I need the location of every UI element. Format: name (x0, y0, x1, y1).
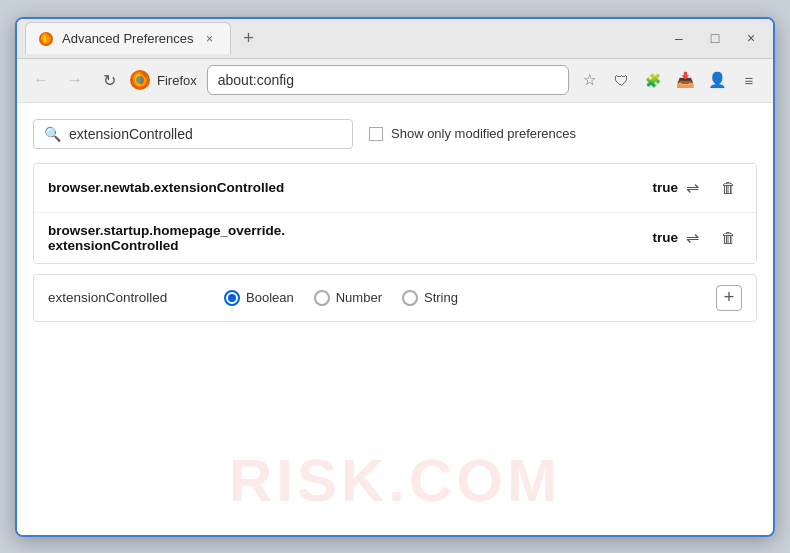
pref-name: browser.newtab.extensionControlled (48, 180, 644, 195)
menu-icon: ≡ (745, 72, 754, 89)
active-tab[interactable]: Advanced Preferences × (25, 22, 231, 54)
tab-close-button[interactable]: × (202, 31, 218, 47)
bookmark-icon: ☆ (583, 71, 596, 89)
new-tab-button[interactable]: + (235, 24, 263, 52)
download-button[interactable]: 📥 (671, 66, 699, 94)
browser-window: Advanced Preferences × + – □ × ← → ↻ Fir… (15, 17, 775, 537)
show-modified-checkbox[interactable] (369, 127, 383, 141)
content-area: RISK.COM 🔍 Show only modified preference… (17, 103, 773, 535)
table-row: browser.newtab.extensionControlled true … (34, 164, 756, 213)
reload-icon: ↻ (103, 71, 116, 90)
extension-button[interactable]: 🧩 (639, 66, 667, 94)
radio-boolean[interactable]: Boolean (224, 290, 294, 306)
firefox-logo (129, 69, 151, 91)
reset-button[interactable]: ⇌ (678, 224, 706, 252)
type-radio-group: Boolean Number String (224, 290, 458, 306)
search-row: 🔍 Show only modified preferences (33, 119, 757, 149)
radio-string-outer (402, 290, 418, 306)
delete-icon: 🗑 (721, 229, 736, 246)
search-icon: 🔍 (44, 126, 61, 142)
forward-button[interactable]: → (61, 66, 89, 94)
reset-icon: ⇌ (686, 178, 699, 197)
delete-button[interactable]: 🗑 (714, 224, 742, 252)
shield-button[interactable]: 🛡 (607, 66, 635, 94)
radio-boolean-inner (228, 294, 236, 302)
browser-name: Firefox (157, 73, 197, 88)
pref-value: true (644, 230, 678, 245)
radio-number[interactable]: Number (314, 290, 382, 306)
add-preference-row: extensionControlled Boolean Number (33, 274, 757, 322)
reset-button[interactable]: ⇌ (678, 174, 706, 202)
address-bar[interactable]: about:config (207, 65, 569, 95)
add-preference-button[interactable]: + (716, 285, 742, 311)
extension-icon: 🧩 (645, 73, 661, 88)
title-bar: Advanced Preferences × + – □ × (17, 19, 773, 59)
reload-button[interactable]: ↻ (95, 66, 123, 94)
address-text: about:config (218, 72, 294, 88)
menu-button[interactable]: ≡ (735, 66, 763, 94)
firefox-tab-icon (38, 31, 54, 47)
search-box: 🔍 (33, 119, 353, 149)
table-row: browser.startup.homepage_override. exten… (34, 213, 756, 263)
bookmark-button[interactable]: ☆ (575, 66, 603, 94)
back-icon: ← (33, 71, 49, 89)
delete-button[interactable]: 🗑 (714, 174, 742, 202)
pref-value: true (644, 180, 678, 195)
window-controls: – □ × (665, 24, 765, 52)
svg-point-2 (136, 76, 144, 84)
account-button[interactable]: 👤 (703, 66, 731, 94)
row-actions: ⇌ 🗑 (678, 174, 742, 202)
radio-string[interactable]: String (402, 290, 458, 306)
nav-icons: ☆ 🛡 🧩 📥 👤 ≡ (575, 66, 763, 94)
back-button[interactable]: ← (27, 66, 55, 94)
radio-string-label: String (424, 290, 458, 305)
results-table: browser.newtab.extensionControlled true … (33, 163, 757, 264)
show-modified-label: Show only modified preferences (391, 126, 576, 141)
delete-icon: 🗑 (721, 179, 736, 196)
shield-icon: 🛡 (614, 72, 629, 89)
reset-icon: ⇌ (686, 228, 699, 247)
new-pref-name: extensionControlled (48, 290, 208, 305)
pref-name: browser.startup.homepage_override. exten… (48, 223, 644, 253)
download-icon: 📥 (676, 71, 695, 89)
account-icon: 👤 (708, 71, 727, 89)
tab-title: Advanced Preferences (62, 31, 194, 46)
minimize-button[interactable]: – (665, 24, 693, 52)
show-modified-checkbox-row[interactable]: Show only modified preferences (369, 126, 576, 141)
radio-number-outer (314, 290, 330, 306)
maximize-button[interactable]: □ (701, 24, 729, 52)
nav-bar: ← → ↻ Firefox about:config ☆ 🛡 � (17, 59, 773, 103)
forward-icon: → (67, 71, 83, 89)
search-input[interactable] (69, 126, 342, 142)
row-actions: ⇌ 🗑 (678, 224, 742, 252)
radio-boolean-label: Boolean (246, 290, 294, 305)
watermark: RISK.COM (229, 446, 561, 515)
radio-boolean-outer (224, 290, 240, 306)
close-button[interactable]: × (737, 24, 765, 52)
radio-number-label: Number (336, 290, 382, 305)
